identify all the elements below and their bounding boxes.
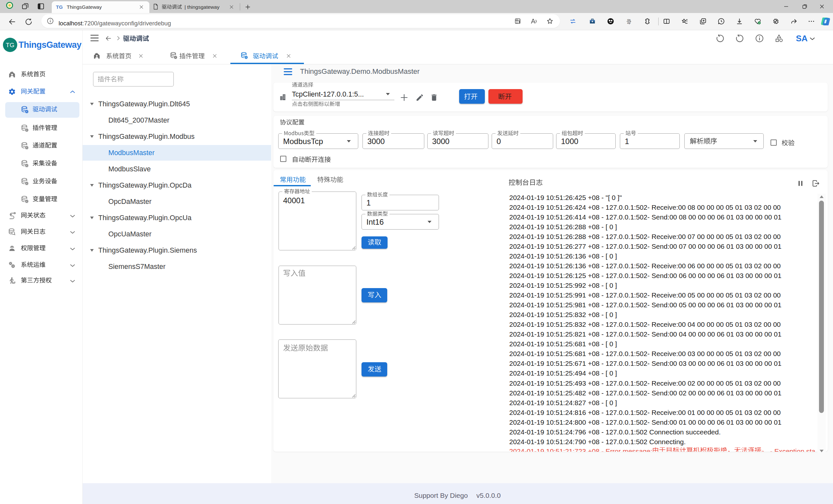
svg-text:TG: TG: [6, 42, 14, 48]
svg-text:zip: zip: [627, 22, 631, 24]
